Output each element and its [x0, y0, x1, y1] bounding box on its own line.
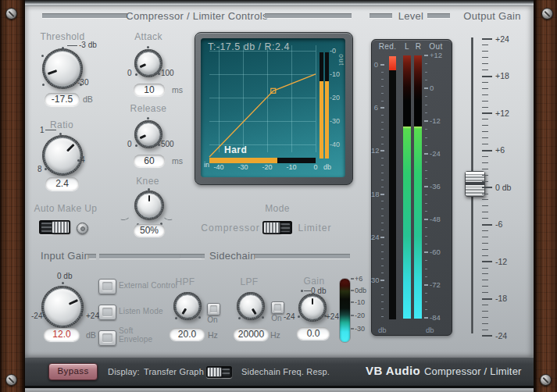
- output-gain-tick: [482, 243, 488, 244]
- output-gain-tick: [482, 82, 488, 83]
- sidechain-meter-label: -30: [355, 325, 365, 333]
- auto-make-up-switch[interactable]: [39, 220, 70, 234]
- bypass-button[interactable]: Bypass: [48, 363, 98, 380]
- level-db-left: db: [378, 326, 387, 334]
- hpf-label: HPF: [175, 276, 195, 287]
- output-gain-tick: [482, 94, 488, 95]
- output-gain-tick: [482, 323, 488, 324]
- out-scale-tick: [425, 63, 427, 64]
- reduction-scale-tick: [381, 265, 384, 266]
- output-gain-tick: [482, 273, 488, 274]
- release-label: Release: [130, 103, 167, 114]
- hpf-on-button[interactable]: [207, 303, 220, 315]
- reduction-scale-tick: [381, 273, 384, 273]
- out-scale-tick: [425, 194, 427, 195]
- sidechain-meter-tick: [351, 278, 354, 280]
- output-gain-tick: [482, 255, 488, 256]
- display-mode-switch[interactable]: [206, 366, 232, 378]
- hpf-unit-label: Hz: [208, 330, 218, 340]
- mode-switch[interactable]: [262, 221, 292, 234]
- threshold-value[interactable]: -17.5: [45, 93, 80, 106]
- release-scale-mark: 0: [127, 140, 132, 148]
- output-gain-scale-label: -12: [495, 257, 507, 266]
- input-gain-scale-mark: 0 db: [57, 272, 72, 280]
- attack-label: Attack: [134, 31, 162, 42]
- reduction-scale-tick: [381, 223, 384, 223]
- output-gain-tick: [482, 305, 488, 305]
- mode-compressor-label: Compressor: [201, 223, 259, 233]
- external-control-checkbox[interactable]: [98, 279, 116, 294]
- header-bar: [88, 254, 96, 258]
- output-gain-tick: [482, 175, 488, 176]
- auto-make-up-button[interactable]: [77, 223, 88, 234]
- reduction-scale-label: 6: [371, 103, 378, 112]
- output-gain-tick: [482, 280, 488, 280]
- out-scale-tick: [425, 105, 427, 105]
- out-scale-tick: [425, 96, 427, 97]
- soft-envelope-checkbox[interactable]: [98, 330, 116, 346]
- output-gain-tick: [482, 137, 488, 138]
- header-bar: [427, 13, 450, 18]
- reduction-scale-tick: [381, 144, 384, 144]
- release-value[interactable]: 60: [134, 155, 165, 167]
- sidechain-meter: [339, 278, 351, 343]
- ratio-value[interactable]: 2.4: [45, 177, 79, 191]
- level-column-r-label: R: [416, 42, 422, 51]
- attack-value[interactable]: 10: [134, 84, 165, 96]
- sc-gain-value[interactable]: 0.0: [297, 327, 330, 340]
- output-gain-tick: [482, 169, 488, 169]
- out-scale-tick: [425, 162, 427, 162]
- release-unit-label: ms: [172, 156, 183, 166]
- input-gain-knob-face: [44, 288, 81, 326]
- reduction-scale-tick: [381, 72, 384, 73]
- controls-header: Compressor / Limiter Controls: [126, 10, 267, 22]
- listen-mode-checkbox[interactable]: [98, 305, 116, 320]
- header-bar: [42, 13, 127, 18]
- output-gain-tick: [482, 298, 492, 300]
- sc-gain-scale-dot: [324, 315, 327, 317]
- output-gain-scale-label: +24: [495, 34, 509, 44]
- lpf-on-button[interactable]: [271, 301, 284, 314]
- input-gain-header: Input Gain: [41, 250, 90, 262]
- lpf-value[interactable]: 20000: [234, 328, 269, 340]
- out-scale-tick: [425, 227, 427, 228]
- listen-mode-label: Listen Mode: [119, 307, 163, 315]
- release-scale-dot: [147, 117, 149, 119]
- knee-value[interactable]: 50%: [134, 224, 165, 237]
- screw-bottom-left: [5, 374, 17, 386]
- hpf-scale-dot: [175, 317, 177, 319]
- output-gain-scale-label: +6: [495, 145, 505, 155]
- input-gain-unit-label: dB: [86, 330, 96, 340]
- reduction-scale-tick: [381, 173, 384, 173]
- reduction-scale-tick: [381, 79, 384, 80]
- lpf-on-label: On: [271, 314, 281, 323]
- reduction-scale-label: 18: [371, 190, 378, 198]
- hpf-value[interactable]: 20.0: [170, 328, 205, 340]
- input-gain-value[interactable]: 12.0: [44, 328, 80, 341]
- ratio-scale-mark: 1: [40, 126, 45, 134]
- hpf-scale-dot: [198, 316, 201, 319]
- display-label: Display:: [108, 367, 140, 376]
- reduction-scale-tick: [381, 301, 384, 302]
- input-gain-scale-dot: [62, 282, 64, 284]
- display-option-transfer-graph: Transfer Graph: [144, 367, 204, 376]
- output-gain-tick: [482, 131, 488, 132]
- sc-gain-scale-mark: -24: [284, 312, 295, 321]
- level-column-out-label: Out: [429, 42, 442, 51]
- level-meter-right-fill: [414, 127, 422, 319]
- bottom-bevel: [23, 386, 534, 392]
- level-column-l-label: L: [405, 42, 409, 51]
- output-gain-scale-label: +18: [495, 71, 509, 80]
- output-gain-tick: [482, 125, 488, 126]
- reduction-scale-tick: [381, 244, 384, 245]
- output-gain-tick: [482, 162, 488, 163]
- threshold-scale-dot: [80, 84, 82, 86]
- output-gain-tick: [482, 119, 488, 119]
- level-meter-left-fill: [403, 127, 411, 319]
- reduction-scale-tick: [381, 180, 384, 180]
- out-scale-tick: [425, 211, 427, 212]
- threshold-unit-label: dB: [83, 94, 93, 104]
- attack-scale-dot: [147, 46, 149, 48]
- wood-panel-right: [534, 0, 557, 392]
- sc-gain-scale-mark: 0 db: [311, 287, 326, 295]
